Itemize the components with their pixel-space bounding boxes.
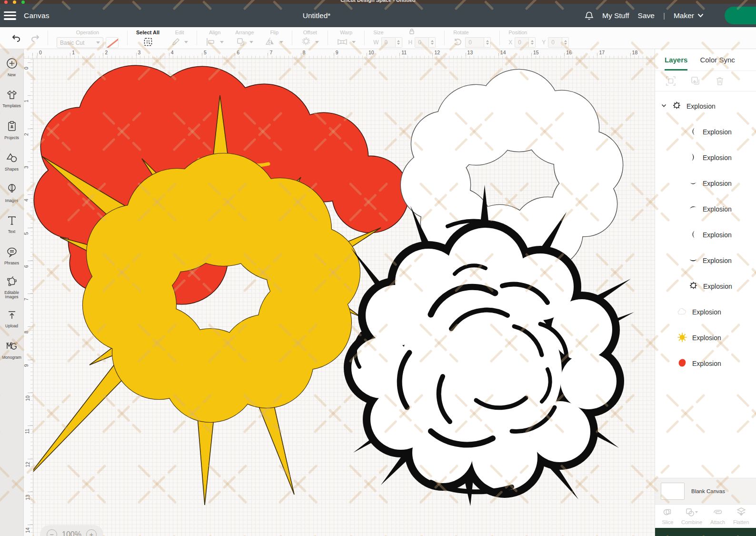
- sidebar-item-projects[interactable]: Projects: [0, 115, 23, 146]
- layer-row[interactable]: Explosion: [655, 93, 756, 119]
- width-stepper[interactable]: [396, 37, 402, 48]
- undo-icon[interactable]: [11, 33, 21, 43]
- y-stepper[interactable]: [562, 37, 569, 48]
- size-group: Size W 0 H 0: [368, 27, 441, 49]
- h-ruler-tick: 9: [336, 50, 338, 55]
- arrange-menu[interactable]: [236, 37, 253, 47]
- tab-layers[interactable]: Layers: [665, 56, 687, 71]
- flip-menu[interactable]: [265, 37, 283, 47]
- lock-icon[interactable]: [408, 28, 415, 35]
- close-window-icon[interactable]: [4, 0, 8, 4]
- sidebar-item-new[interactable]: New: [0, 52, 23, 83]
- sidebar-item-label: Projects: [4, 136, 19, 141]
- layer-row[interactable]: Explosion: [655, 171, 756, 196]
- blank-canvas-row[interactable]: Blank Canvas: [655, 478, 756, 504]
- layer-row[interactable]: Explosion: [655, 351, 756, 376]
- notifications-bell-icon[interactable]: [585, 11, 594, 20]
- layer-label: Explosion: [692, 308, 721, 316]
- tab-color-sync[interactable]: Color Sync: [700, 56, 735, 71]
- redo-icon[interactable]: [30, 33, 40, 43]
- v-ruler-tick: 3: [24, 166, 29, 169]
- layer-row[interactable]: Explosion: [655, 196, 756, 222]
- height-stepper[interactable]: [429, 37, 436, 48]
- attach-icon: [712, 507, 724, 518]
- v-ruler-tick: 6: [24, 265, 29, 268]
- canvas-artwork: [33, 59, 655, 536]
- zoom-in-icon[interactable]: +: [86, 529, 97, 536]
- rotate-label: Rotate: [453, 29, 468, 36]
- sidebar-item-label: Monogram: [2, 355, 21, 360]
- layer-row[interactable]: Explosion: [655, 299, 756, 325]
- slice-icon: [662, 507, 673, 518]
- layers-toolbar: [655, 71, 756, 91]
- warp-menu[interactable]: [337, 37, 356, 47]
- make-it-button[interactable]: [725, 7, 756, 24]
- sidebar-item-text[interactable]: Text: [0, 209, 23, 241]
- v-ruler-tick: 7: [24, 298, 29, 301]
- project-board-icon: [7, 121, 17, 134]
- save-link[interactable]: Save: [638, 11, 655, 20]
- sidebar-item-phrases[interactable]: Phrases: [0, 241, 23, 272]
- h-ruler-tick: 2: [105, 50, 108, 55]
- my-stuff-link[interactable]: My Stuff: [602, 11, 629, 20]
- sidebar-item-label: New: [8, 73, 16, 78]
- y-input[interactable]: 0: [548, 37, 562, 48]
- v-ruler-tick: 8: [24, 331, 29, 334]
- align-group: Align: [200, 27, 229, 49]
- design-canvas[interactable]: 0123456789101112131415161718 01234567891…: [24, 49, 655, 536]
- chevron-down-icon: [697, 13, 704, 18]
- balloon-icon: [7, 183, 17, 197]
- text-icon: [7, 215, 17, 228]
- sidebar-item-shapes[interactable]: Shapes: [0, 146, 23, 178]
- layer-label: Explosion: [703, 180, 732, 187]
- layer-row[interactable]: Explosion: [655, 145, 756, 171]
- color-swatch-none[interactable]: [106, 37, 119, 48]
- layer-row[interactable]: Explosion: [655, 119, 756, 145]
- layer-row[interactable]: Explosion: [655, 222, 756, 248]
- rotate-stepper[interactable]: [484, 37, 491, 48]
- h-ruler-tick: 13: [468, 50, 473, 55]
- edit-menu[interactable]: [171, 37, 188, 47]
- operation-select[interactable]: Basic Cut: [57, 37, 103, 48]
- delete-icon[interactable]: [715, 76, 725, 86]
- sidebar-item-templates[interactable]: Templates: [0, 83, 23, 115]
- flatten-button[interactable]: Flatten: [733, 507, 749, 525]
- layer-row[interactable]: Explosion: [655, 248, 756, 273]
- document-title: Untitled*: [303, 11, 331, 20]
- arrange-group: Arrange: [229, 27, 259, 49]
- menu-hamburger-icon[interactable]: [4, 11, 16, 20]
- v-ruler-tick: 13: [25, 495, 30, 500]
- layer-row[interactable]: Explosion: [655, 273, 756, 299]
- height-input[interactable]: 0: [415, 37, 429, 48]
- align-menu[interactable]: [206, 37, 224, 47]
- height-axis-label: H: [408, 39, 413, 46]
- sidebar-item-monogram[interactable]: Monogram: [0, 335, 23, 366]
- duplicate-icon[interactable]: [690, 76, 701, 86]
- attach-button[interactable]: Attach: [710, 507, 725, 525]
- x-input[interactable]: 0: [515, 37, 529, 48]
- combine-button[interactable]: Combine: [681, 507, 702, 525]
- minimize-window-icon[interactable]: [13, 0, 16, 4]
- sidebar-item-upload[interactable]: Upload: [0, 303, 23, 335]
- chevron-down-icon[interactable]: [661, 102, 667, 110]
- panel-footer: SliceCombineAttachFlatten: [655, 504, 756, 528]
- zoom-out-icon[interactable]: −: [47, 529, 57, 536]
- offset-menu[interactable]: [301, 37, 319, 47]
- zoom-window-icon[interactable]: [21, 0, 25, 4]
- layer-row[interactable]: Explosion: [655, 325, 756, 351]
- nav-canvas[interactable]: Canvas: [24, 11, 50, 20]
- sidebar-item-images[interactable]: Images: [0, 178, 23, 209]
- monogram-icon: [6, 341, 18, 354]
- machine-selector[interactable]: Maker: [674, 11, 704, 20]
- slice-button[interactable]: Slice: [662, 507, 673, 525]
- rotate-input[interactable]: 0: [465, 37, 484, 48]
- sidebar-item-editable-images[interactable]: Editable Images: [0, 272, 23, 303]
- width-input[interactable]: 0: [381, 37, 396, 48]
- group-icon[interactable]: [666, 76, 676, 86]
- plus-circle-icon: [6, 58, 18, 71]
- edit-label: Edit: [175, 29, 184, 36]
- flatten-icon: [736, 507, 746, 518]
- select-all-icon[interactable]: [143, 37, 153, 47]
- x-stepper[interactable]: [529, 37, 536, 48]
- sidebar-item-label: Editable Images: [0, 291, 23, 300]
